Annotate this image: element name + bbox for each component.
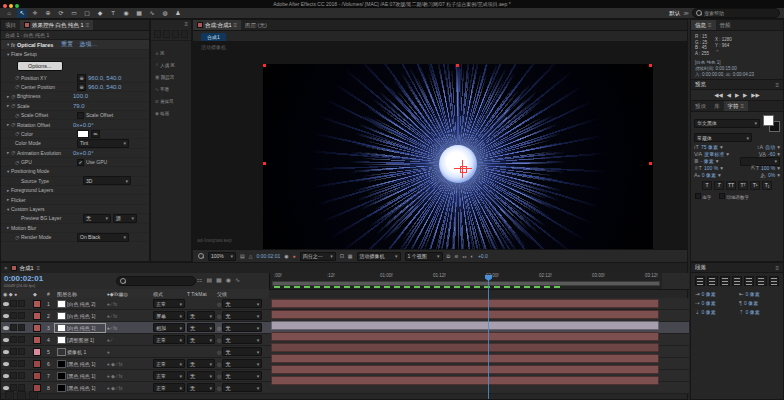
parent-dropdown[interactable]: 无▾ [222, 347, 262, 356]
selection-handle[interactable] [263, 64, 266, 67]
video-eye-toggle[interactable] [3, 386, 9, 390]
leading-field[interactable]: ↕A自动▾ [757, 144, 780, 150]
blend-mode-dropdown[interactable]: 相加▾ [153, 323, 185, 332]
fast-previews-icon[interactable]: ≋ [454, 253, 458, 259]
trkmat-dropdown[interactable]: 无▾ [187, 323, 215, 332]
layer-duration-bar[interactable] [271, 354, 659, 363]
strip-item-ik[interactable]: ♙ IK [155, 51, 189, 56]
shape-tool-icon[interactable]: ▢ [82, 9, 92, 18]
layer-color-swatch[interactable] [33, 336, 41, 344]
current-timecode[interactable]: 0:00:02:01 [4, 274, 43, 283]
parent-dropdown[interactable]: 无▾ [222, 371, 262, 380]
align-left-button[interactable] [695, 276, 705, 286]
trkmat-dropdown[interactable]: 无▾ [187, 371, 215, 380]
draft-3d-icon[interactable]: ▤ [206, 276, 212, 283]
property-value[interactable]: 960.0, 540.0 [88, 84, 121, 90]
camera-dropdown[interactable]: 活动摄像机▾ [357, 252, 401, 261]
blend-mode-dropdown[interactable]: 正常▾ [153, 335, 185, 344]
comp-mini-flowchart-icon[interactable]: ⚏ [197, 276, 202, 283]
video-eye-toggle[interactable] [3, 302, 9, 306]
tab-info[interactable]: 信息≡ [691, 20, 716, 30]
tab-project[interactable]: 项目 [1, 20, 20, 30]
layer-color-swatch[interactable] [33, 300, 41, 308]
expand-layer-switches-toggle[interactable] [5, 391, 14, 400]
panel-menu-icon[interactable]: ≡ [151, 20, 191, 28]
justify-last-left-button[interactable] [732, 276, 742, 286]
effect-name[interactable]: Optical Flares [17, 42, 53, 48]
superscript-button[interactable]: T¹ [750, 181, 760, 190]
roto-brush-tool-icon[interactable]: ◍ [160, 9, 170, 18]
space-before-field[interactable]: ¶0 像素 [739, 300, 779, 306]
hand-tool-icon[interactable]: ✛ [30, 9, 40, 18]
stopwatch-icon[interactable]: ◷ [15, 75, 19, 80]
stopwatch-icon[interactable]: ◷ [15, 113, 19, 118]
mode-header[interactable]: 模式 [151, 291, 185, 297]
grid-icon[interactable] [163, 30, 170, 38]
layer-duration-bar[interactable] [271, 376, 659, 385]
stopwatch-icon[interactable]: ◷ [11, 122, 15, 127]
eyedropper-icon[interactable]: ✏ [91, 130, 100, 138]
align-icon[interactable] [154, 30, 161, 38]
tab-preview[interactable]: 预览 [695, 81, 706, 88]
stopwatch-icon[interactable]: ◷ [15, 131, 19, 136]
brush-tool-icon[interactable]: ◉ [121, 9, 131, 18]
effect-reset-link[interactable]: 重置 [61, 40, 73, 49]
vertical-scale-field[interactable]: ⇳T100 %▾ [694, 165, 723, 171]
trkmat-dropdown[interactable]: 无▾ [187, 359, 215, 368]
channels-icon[interactable]: ● [293, 253, 296, 259]
indent-left-field[interactable]: ⇥0 像素 [695, 291, 735, 297]
timeline-search-input[interactable] [116, 276, 196, 286]
layer-duration-bar[interactable] [271, 299, 659, 308]
property-value[interactable]: 79.0 [73, 103, 85, 109]
parent-dropdown[interactable]: 无▾ [222, 335, 262, 344]
justify-last-right-button[interactable] [756, 276, 766, 286]
fill-stroke-swatches[interactable] [762, 115, 780, 131]
layer-color-swatch[interactable] [33, 360, 41, 368]
parent-dropdown[interactable]: 无▾ [222, 359, 262, 368]
comp-viewer[interactable]: 活动摄像机 ad-lxwqraw.aep [193, 41, 687, 249]
layer-duration-bar[interactable] [271, 332, 659, 341]
orbit-camera-tool-icon[interactable]: ⟳ [56, 9, 66, 18]
mask-icon[interactable] [172, 30, 179, 38]
baseline-shift-field[interactable]: Aₐ0 像素▾ [694, 172, 721, 178]
property-value[interactable]: 100.0 [73, 93, 88, 99]
stopwatch-icon[interactable]: ◷ [15, 235, 19, 240]
layer-color-swatch[interactable] [33, 372, 41, 380]
selection-tool-icon[interactable]: ↖ [17, 9, 27, 18]
align-center-button[interactable] [707, 276, 717, 286]
tab-composition[interactable]: 合成:合成1≡ [193, 20, 241, 30]
exposure-icon[interactable]: ◐ [471, 253, 474, 259]
justify-all-button[interactable] [769, 276, 779, 286]
tab-library[interactable]: 库 [710, 101, 724, 111]
small-caps-button[interactable]: Tᵀ [738, 181, 748, 190]
workspace-label[interactable]: 默认 [669, 10, 680, 17]
selection-handle[interactable] [649, 64, 652, 67]
zoom-tool-icon[interactable]: ⊕ [43, 9, 53, 18]
tab-character[interactable]: 字符≡ [724, 101, 749, 111]
video-eye-toggle[interactable] [3, 350, 9, 354]
faux-italic-button[interactable]: T [714, 181, 724, 190]
clone-stamp-tool-icon[interactable]: ▦ [134, 9, 144, 18]
play-button[interactable]: ▶ [735, 92, 739, 98]
preview-bg-layer-dropdown[interactable]: 无▾ [83, 214, 111, 223]
effect-point-icon[interactable]: ⊕ [77, 83, 86, 91]
ligatures-checkbox[interactable]: 连字 [695, 193, 711, 200]
parent-dropdown[interactable]: 无▾ [222, 323, 262, 332]
tab-effect-controls[interactable]: 效果控件 白色 纯色 1≡ [20, 20, 93, 30]
video-eye-toggle[interactable] [3, 362, 9, 366]
frame-blend-icon[interactable]: ▦ [216, 276, 222, 283]
video-eye-toggle[interactable] [3, 338, 9, 342]
font-family-dropdown[interactable]: 华文黑体▾ [694, 119, 760, 128]
layer-duration-bar[interactable] [271, 310, 659, 319]
layer-name-header[interactable]: 图层名称 [55, 291, 105, 297]
parent-dropdown[interactable]: 无▾ [222, 311, 262, 320]
roi-icon[interactable]: ⊡ [340, 253, 344, 259]
panel-menu-icon[interactable]: ≡ [37, 265, 41, 271]
align-right-button[interactable] [720, 276, 730, 286]
paragraph-spacing-field[interactable]: ⇡0 像素 [739, 309, 779, 315]
viewer-timecode[interactable]: 0:00:02:01 [257, 253, 281, 259]
flare-setup-group[interactable]: Flare Setup [11, 51, 73, 57]
stopwatch-icon[interactable]: ◷ [15, 84, 19, 89]
layer-duration-bar[interactable] [271, 343, 659, 352]
motion-blur-icon[interactable]: ◉ [226, 276, 231, 283]
